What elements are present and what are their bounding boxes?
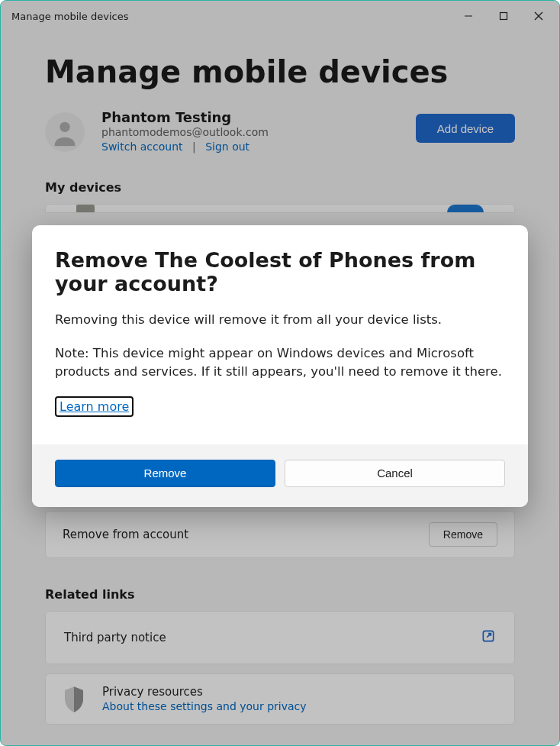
modal-scrim: Remove The Coolest of Phones from your a…	[1, 1, 559, 745]
dialog-cancel-button[interactable]: Cancel	[285, 460, 505, 487]
dialog-footer: Remove Cancel	[32, 444, 528, 507]
app-window: Manage mobile devices Manage mobile devi…	[0, 0, 560, 746]
dialog-title: Remove The Coolest of Phones from your a…	[55, 248, 505, 295]
dialog-remove-button[interactable]: Remove	[55, 460, 275, 487]
learn-more-link[interactable]: Learn more	[55, 396, 134, 417]
dialog-text-2: Note: This device might appear on Window…	[55, 344, 505, 381]
dialog-body: Remove The Coolest of Phones from your a…	[32, 225, 528, 444]
dialog-text-1: Removing this device will remove it from…	[55, 311, 505, 329]
remove-device-dialog: Remove The Coolest of Phones from your a…	[32, 225, 528, 507]
